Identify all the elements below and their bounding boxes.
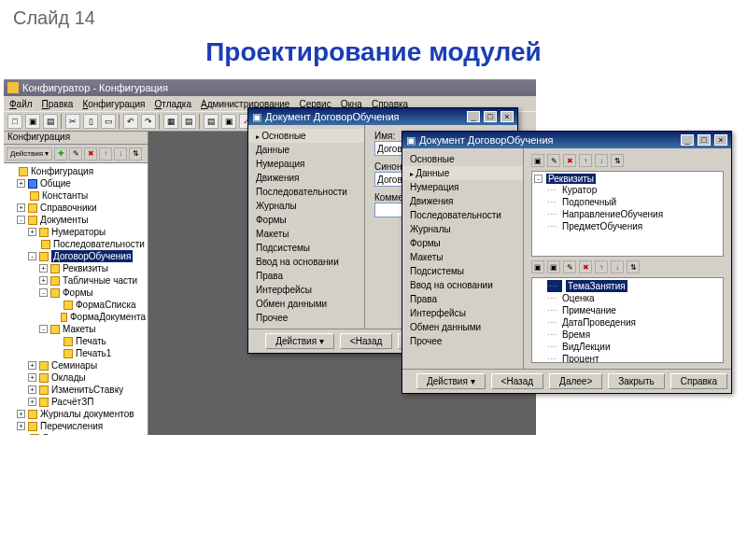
edit-icon[interactable]: ✎ bbox=[69, 147, 82, 161]
list-item[interactable]: НаправлениеОбучения bbox=[534, 208, 721, 220]
tree-item[interactable]: Печать1 bbox=[6, 347, 146, 359]
tree-item[interactable]: ФормаСписка bbox=[6, 299, 146, 311]
minimize-button[interactable]: _ bbox=[467, 111, 480, 122]
delete-icon[interactable]: ✖ bbox=[579, 260, 592, 273]
nav-item[interactable]: Журналы bbox=[402, 222, 523, 236]
delete-icon[interactable]: ✖ bbox=[84, 147, 97, 161]
toolbar-button[interactable]: ▯ bbox=[83, 114, 98, 129]
maximize-button[interactable]: □ bbox=[484, 111, 497, 122]
nav-item[interactable]: Макеты bbox=[248, 227, 364, 241]
nav-item[interactable]: Обмен данными bbox=[402, 320, 523, 334]
nav-item[interactable]: Подсистемы bbox=[248, 241, 364, 255]
list-item[interactable]: ТемаЗанятия bbox=[534, 280, 721, 292]
tree-item[interactable]: +РасчётЗП bbox=[6, 396, 146, 408]
toolbar-button[interactable]: ▤ bbox=[181, 114, 196, 129]
tree-item[interactable]: -Макеты bbox=[6, 323, 146, 335]
nav-item[interactable]: Основные bbox=[402, 152, 523, 166]
list-item[interactable]: ПредметОбучения bbox=[534, 220, 721, 232]
tree-item[interactable]: Константы bbox=[6, 189, 146, 202]
toolbar-button[interactable]: □ bbox=[7, 114, 22, 129]
down-icon[interactable]: ↓ bbox=[114, 147, 127, 161]
up-icon[interactable]: ↑ bbox=[579, 154, 592, 167]
toolbar-button[interactable]: ↶ bbox=[123, 114, 138, 129]
menu-item[interactable]: Конфигурация bbox=[82, 99, 145, 109]
dialog-titlebar[interactable]: ▣ Документ ДоговорОбучения _ □ × bbox=[402, 132, 731, 148]
close-button[interactable]: × bbox=[500, 111, 514, 122]
toolbar-button[interactable]: ✂ bbox=[65, 114, 80, 129]
dialog-nav[interactable]: ОсновныеДанныеНумерацияДвиженияПоследова… bbox=[402, 148, 524, 369]
tree-item[interactable]: +Табличные части bbox=[6, 274, 146, 287]
tree-item[interactable]: -Документы bbox=[6, 214, 146, 226]
tree-item[interactable]: +Нумераторы bbox=[6, 226, 146, 238]
actions-button[interactable]: Действия ▾ bbox=[265, 333, 334, 349]
toolbar-button[interactable]: ▤ bbox=[43, 114, 58, 129]
requisites-list[interactable]: -РеквизитыКураторПодопечныйНаправлениеОб… bbox=[531, 171, 724, 257]
nav-item[interactable]: Интерфейсы bbox=[402, 306, 523, 320]
dialog-titlebar[interactable]: ▣ Документ ДоговорОбучения _ □ × bbox=[248, 108, 517, 125]
nav-item[interactable]: Ввод на основании bbox=[248, 255, 364, 269]
toolbar-button[interactable]: ▣ bbox=[221, 114, 236, 129]
sort-icon[interactable]: ⇅ bbox=[627, 260, 640, 273]
nav-item[interactable]: Ввод на основании bbox=[402, 278, 523, 292]
sort-icon[interactable]: ⇅ bbox=[129, 147, 142, 161]
add-group-icon[interactable]: ▣ bbox=[547, 260, 560, 273]
back-button[interactable]: <Назад bbox=[491, 373, 544, 389]
nav-item[interactable]: Интерфейсы bbox=[248, 283, 364, 297]
toolbar-button[interactable]: ▣ bbox=[25, 114, 40, 129]
toolbar-button[interactable]: ▭ bbox=[101, 114, 116, 129]
back-button[interactable]: <Назад bbox=[340, 333, 393, 349]
add-icon[interactable]: ✚ bbox=[54, 147, 67, 161]
dialog-nav[interactable]: ОсновныеДанныеНумерацияДвиженияПоследова… bbox=[248, 125, 365, 329]
tree-item[interactable]: Отчеты bbox=[6, 432, 146, 435]
nav-item[interactable]: Последовательности bbox=[402, 208, 523, 222]
toolbar-button[interactable]: ↷ bbox=[141, 114, 156, 129]
config-tree[interactable]: Конфигурация+ОбщиеКонстанты+Справочники-… bbox=[4, 163, 148, 435]
tree-item[interactable]: Последовательности bbox=[6, 238, 146, 250]
menu-item[interactable]: Файл bbox=[9, 99, 33, 109]
nav-item[interactable]: Подсистемы bbox=[402, 264, 523, 278]
delete-icon[interactable]: ✖ bbox=[563, 154, 576, 167]
add-icon[interactable]: ▣ bbox=[531, 260, 544, 273]
tree-item[interactable]: Конфигурация bbox=[6, 165, 146, 177]
list-item[interactable]: Оценка bbox=[534, 292, 721, 304]
nav-item[interactable]: Прочее bbox=[402, 334, 523, 348]
close-button[interactable]: Закрыть bbox=[608, 373, 665, 389]
nav-item[interactable]: Прочее bbox=[248, 311, 364, 325]
maximize-button[interactable]: □ bbox=[698, 134, 711, 146]
add-icon[interactable]: ▣ bbox=[531, 154, 544, 167]
tabparts-list[interactable]: ТемаЗанятияОценкаПримечаниеДатаПроведени… bbox=[531, 277, 724, 363]
edit-icon[interactable]: ✎ bbox=[547, 154, 560, 167]
up-icon[interactable]: ↑ bbox=[99, 147, 112, 161]
toolbar-button[interactable]: ▤ bbox=[204, 114, 218, 129]
down-icon[interactable]: ↓ bbox=[595, 154, 608, 167]
nav-item[interactable]: Макеты bbox=[402, 250, 523, 264]
list-item[interactable]: ВидЛекции bbox=[534, 341, 721, 353]
tabparts-toolbar[interactable]: ▣ ▣ ✎ ✖ ↑ ↓ ⇅ bbox=[529, 259, 726, 275]
tree-item[interactable]: -Формы bbox=[6, 287, 146, 299]
up-icon[interactable]: ↑ bbox=[595, 260, 608, 273]
list-item[interactable]: Примечание bbox=[534, 304, 721, 316]
nav-item[interactable]: Движения bbox=[248, 171, 364, 185]
list-item[interactable]: Время bbox=[534, 329, 721, 341]
tree-item[interactable]: +Общие bbox=[6, 177, 146, 189]
nav-item[interactable]: Нумерация bbox=[248, 157, 364, 171]
down-icon[interactable]: ↓ bbox=[611, 260, 624, 273]
help-button[interactable]: Справка bbox=[670, 373, 727, 389]
list-item[interactable]: Куратор bbox=[534, 184, 721, 196]
nav-item[interactable]: Права bbox=[248, 269, 364, 283]
nav-item[interactable]: Формы bbox=[402, 236, 523, 250]
nav-item[interactable]: Права bbox=[402, 292, 523, 306]
tree-item[interactable]: +ИзменитьСтавку bbox=[6, 384, 146, 396]
nav-item[interactable]: Основные bbox=[248, 129, 364, 143]
menu-item[interactable]: Правка bbox=[42, 99, 74, 109]
list-item[interactable]: Подопечный bbox=[534, 196, 721, 208]
list-item[interactable]: Процент bbox=[534, 353, 721, 363]
nav-item[interactable]: Данные bbox=[402, 166, 523, 180]
tree-item[interactable]: +Журналы документов bbox=[6, 408, 146, 420]
tree-item[interactable]: -ДоговорОбучения bbox=[6, 250, 146, 262]
nav-item[interactable]: Последовательности bbox=[248, 185, 364, 199]
actions-menu[interactable]: Действия ▾ bbox=[7, 147, 52, 161]
nav-item[interactable]: Движения bbox=[402, 194, 523, 208]
tree-item[interactable]: +Семинары bbox=[6, 359, 146, 371]
requisites-toolbar[interactable]: ▣ ✎ ✖ ↑ ↓ ⇅ bbox=[529, 152, 726, 169]
